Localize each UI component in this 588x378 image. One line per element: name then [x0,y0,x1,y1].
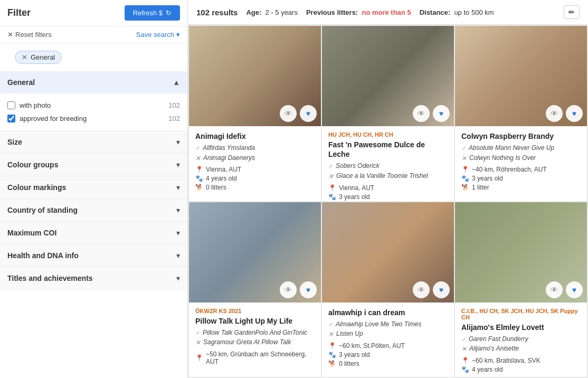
chevron-down-icon: ▾ [176,251,180,260]
dog-card-1[interactable]: 👁 ♥ Animagi Idefix ♂ Allfirdas Ymslanda … [189,26,321,201]
card-5-favorite-button[interactable]: ♥ [433,281,450,298]
dam-icon: ✕ [195,339,201,347]
card-5-hide-button[interactable]: 👁 [413,281,430,298]
filter-section-health-dna-header[interactable]: Health and DNA info ▾ [0,244,187,267]
dog-card-6[interactable]: 👁 ♥ C.I.B., HU CH, SK JCH, HU JCH, SK Pu… [455,202,587,377]
filter-general-body: with photo 102 approved for breeding 102 [0,93,187,130]
edit-filters-button[interactable]: ✏ [564,5,580,19]
tag-remove-icon[interactable]: ✕ [22,53,27,61]
location-icon: 📍 [461,357,469,364]
card-2-hide-button[interactable]: 👁 [413,105,430,122]
sidebar: Filter Refresh $ ↻ ✕ Reset filters Save … [0,0,188,378]
filter-section-general-header[interactable]: General ▲ [0,71,187,93]
dog-card-5[interactable]: 👁 ♥ almawhip i can dream ♂ Almawhip Love… [322,202,454,377]
card-4-location: 📍 ~50 km, Grünbach am Schneeberg, AUT [195,351,315,365]
age-icon: 🐾 [461,366,469,373]
card-4-image-wrapper: 👁 ♥ [189,202,321,303]
card-1-hide-button[interactable]: 👁 [280,105,297,122]
card-1-name[interactable]: Animagi Idefix [195,131,315,141]
filter-section-general: General ▲ with photo 102 approved for br… [0,71,187,131]
card-4-details: 📍 ~50 km, Grünbach am Schneeberg, AUT [195,351,315,365]
filter-section-max-coi-header[interactable]: Maximum COI ▾ [0,222,187,244]
sidebar-title: Filter [7,7,31,18]
filter-section-colour-markings: Colour markings ▾ [0,176,187,199]
card-6-body: C.I.B., HU CH, SK JCH, HU JCH, SK Puppy … [455,303,587,377]
with-photo-label[interactable]: with photo [7,101,51,109]
litter-icon: 🐕 [461,184,469,191]
filter-with-photo: with photo 102 [7,99,180,112]
location-icon: 📍 [328,184,336,192]
filter-section-titles-header[interactable]: Titles and achievements ▾ [0,267,187,289]
dog-card-4[interactable]: 👁 ♥ ÖKWZR KS 2021 Pillow Talk Light Up M… [189,202,321,377]
chevron-down-icon: ▾ [176,160,180,169]
chevron-down-icon: ▾ [176,31,180,39]
filter-section-colour-markings-header[interactable]: Colour markings ▾ [0,176,187,199]
filter-section-max-coi: Maximum COI ▾ [0,222,187,244]
card-2-name[interactable]: Fast 'n Pawesome Dulce de Leche [328,140,448,159]
save-search-link[interactable]: Save search ▾ [136,31,180,39]
card-6-sire: ♂ Garen Fast Dunderry [461,335,581,344]
location-icon: 📍 [195,166,203,173]
approved-checkbox[interactable] [7,115,15,122]
card-1-details: 📍 Vienna, AUT 🐾 4 years old 🐕 0 litters [195,166,315,191]
dam-icon: ✕ [461,155,467,163]
filter-section-colour-groups-header[interactable]: Colour groups ▾ [0,154,187,176]
dog-card-2[interactable]: 👁 ♥ HU JCH, HU CH, HR CH Fast 'n Pawesom… [322,26,454,201]
card-6-name[interactable]: Alijamo's Elmley Lovett [461,323,581,332]
cards-grid: 👁 ♥ Animagi Idefix ♂ Allfirdas Ymslanda … [188,25,588,378]
card-4-favorite-button[interactable]: ♥ [300,281,317,298]
card-2-sire: ♂ Sobers Oderick [328,162,448,171]
card-1-parents: ♂ Allfirdas Ymslanda ✕ Animagi Daenerys [195,144,315,163]
age-icon: 🐾 [461,175,469,182]
general-tag[interactable]: ✕ General [15,51,62,64]
card-1-favorite-button[interactable]: ♥ [300,105,317,122]
card-5-name[interactable]: almawhip i can dream [328,308,448,317]
card-2-badge: HU JCH, HU CH, HR CH [328,131,448,138]
with-photo-checkbox[interactable] [7,101,15,109]
card-1-location: 📍 Vienna, AUT [195,166,315,173]
card-5-sire: ♂ Almawhip Love Me Two Times [328,320,448,329]
refresh-label: Refresh $ [133,9,163,17]
card-3-hide-button[interactable]: 👁 [546,105,563,122]
sire-icon: ♂ [461,145,466,153]
card-6-dam: ✕ Alijamo's Anisette [461,345,581,354]
card-4-hide-button[interactable]: 👁 [280,281,297,298]
filter-section-size-header[interactable]: Size ▾ [0,131,187,153]
filter-section-colour-groups: Colour groups ▾ [0,154,187,176]
results-count: 102 results [196,8,238,17]
card-3-dam: ✕ Colwyn Nothing Is Over [461,154,581,163]
filter-section-size: Size ▾ [0,131,187,154]
location-icon: 📍 [328,342,336,349]
card-5-image-wrapper: 👁 ♥ [322,202,454,303]
card-5-location: 📍 ~60 km, St.Pölten, AUT [328,342,448,349]
card-4-badge: ÖKWZR KS 2021 [195,308,315,314]
dog-card-3[interactable]: 👁 ♥ Colwyn Raspberry Brandy ♂ Absolute M… [455,26,587,201]
card-5-age: 🐾 3 years old [328,351,448,358]
card-6-hide-button[interactable]: 👁 [546,281,563,298]
reset-x-icon: ✕ [7,31,13,39]
chevron-down-icon: ▾ [176,183,180,192]
card-4-parents: ♂ Pillow Talk GardenPolo And GinTonic ✕ … [195,329,315,347]
card-4-overlay-icons: 👁 ♥ [280,281,317,298]
card-2-favorite-button[interactable]: ♥ [433,105,450,122]
reset-filters-link[interactable]: ✕ Reset filters [7,31,52,39]
refresh-button[interactable]: Refresh $ ↻ [125,5,180,21]
location-icon: 📍 [195,354,203,362]
card-2-location: 📍 Vienna, AUT [328,184,448,192]
card-6-overlay-icons: 👁 ♥ [546,281,583,298]
approved-label[interactable]: approved for breeding [7,115,87,122]
card-6-favorite-button[interactable]: ♥ [566,281,583,298]
card-2-parents: ♂ Sobers Oderick ✕ Glace a la Vanille To… [328,162,448,181]
filter-section-country-header[interactable]: Country of standing ▾ [0,199,187,221]
card-3-overlay-icons: 👁 ♥ [546,105,583,122]
dam-icon: ✕ [195,155,201,163]
card-3-favorite-button[interactable]: ♥ [566,105,583,122]
dam-icon: ✕ [461,345,467,354]
card-3-name[interactable]: Colwyn Raspberry Brandy [461,131,581,141]
card-2-age: 🐾 3 years old [328,193,448,201]
card-6-age: 🐾 4 years old [461,366,581,373]
card-4-name[interactable]: Pillow Talk Light Up My Life [195,316,315,326]
age-filter-pill: Age: 2 - 5 years [246,8,298,16]
card-3-sire: ♂ Absolute Mann Never Give Up [461,144,581,153]
card-5-details: 📍 ~60 km, St.Pölten, AUT 🐾 3 years old 🐕… [328,342,448,367]
